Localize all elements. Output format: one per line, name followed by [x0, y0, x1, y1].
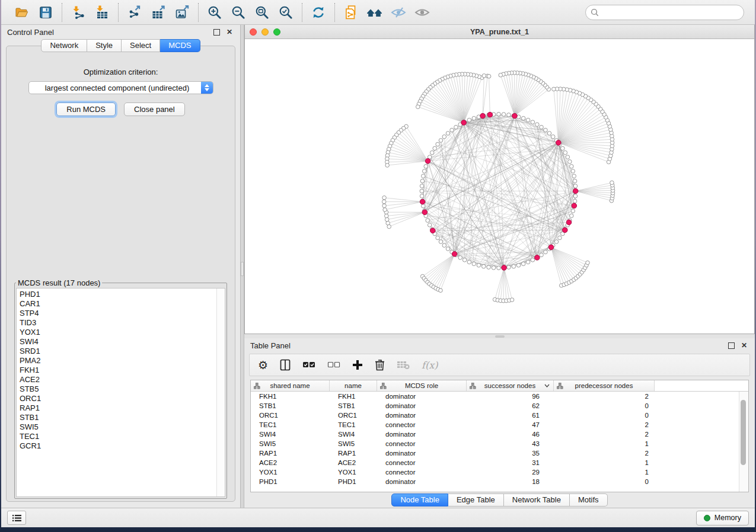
tab-network-table[interactable]: Network Table — [504, 493, 570, 507]
zoom-fit-button[interactable] — [252, 3, 272, 22]
table-row[interactable]: ACE2ACE2connector311 — [251, 458, 748, 467]
mcds-result-item[interactable]: TEC1 — [20, 432, 215, 441]
table-scrollbar[interactable] — [739, 392, 748, 492]
mcds-result-item[interactable]: SRD1 — [20, 347, 215, 356]
mcds-result-item[interactable]: PHD1 — [20, 290, 215, 299]
cell-predecessor-nodes: 0 — [554, 412, 655, 419]
clone-network-button[interactable] — [341, 3, 361, 22]
table-row[interactable]: SWI5SWI5connector431 — [251, 439, 748, 448]
delete-table-button[interactable] — [397, 357, 410, 373]
tab-network[interactable]: Network — [41, 39, 87, 52]
tab-motifs[interactable]: Motifs — [570, 493, 608, 507]
task-history-button[interactable] — [7, 511, 26, 525]
mcds-result-scrollbar[interactable] — [216, 289, 225, 496]
hide-selected-button[interactable] — [388, 3, 409, 22]
open-folder-icon — [14, 5, 30, 20]
mcds-result-item[interactable]: ACE2 — [20, 375, 215, 384]
search-input[interactable] — [602, 8, 739, 17]
cell-predecessor-nodes: 1 — [554, 469, 655, 476]
save-session-button[interactable] — [36, 3, 56, 22]
first-neighbors-button[interactable] — [365, 3, 385, 22]
first-neighbors-icon — [366, 5, 383, 20]
mcds-result-item[interactable]: ORC1 — [20, 394, 215, 403]
cell-name: RAP1 — [330, 450, 377, 457]
table-row[interactable]: RAP1RAP1dominator352 — [251, 448, 748, 458]
select-stepper-icon — [201, 82, 213, 94]
table-panel-close-button[interactable]: ✕ — [739, 341, 749, 350]
tab-select[interactable]: Select — [122, 39, 160, 52]
optimization-criterion-label: Optimization criterion: — [7, 68, 235, 76]
optimization-criterion-select[interactable]: largest connected component (undirected) — [28, 81, 213, 94]
zoom-fit-icon — [254, 5, 270, 20]
memory-button[interactable]: Memory — [696, 511, 749, 525]
control-panel-close-button[interactable]: ✕ — [225, 27, 234, 37]
open-file-button[interactable] — [12, 3, 32, 22]
vertical-splitter[interactable] — [240, 25, 244, 508]
export-network-button[interactable] — [125, 3, 145, 22]
create-column-button[interactable] — [352, 357, 363, 373]
select-all-button[interactable] — [302, 357, 315, 373]
table-row[interactable]: STB1STB1dominator620 — [251, 401, 748, 411]
refresh-button[interactable] — [308, 3, 328, 22]
function-builder-button[interactable]: f(x) — [422, 357, 438, 373]
column-type-icon — [557, 383, 563, 389]
import-table-button[interactable] — [92, 3, 112, 22]
mcds-result-item[interactable]: CAR1 — [20, 299, 215, 309]
mcds-result-item[interactable]: FKH1 — [20, 366, 215, 375]
table-settings-button[interactable]: ⚙ — [258, 357, 268, 373]
tab-edge-table[interactable]: Edge Table — [448, 493, 504, 507]
network-window-title: YPA_prune.txt_1 — [245, 28, 754, 36]
scrollbar-thumb[interactable] — [741, 400, 746, 465]
mcds-result-item[interactable]: STB5 — [20, 384, 215, 394]
tab-node-table[interactable]: Node Table — [391, 493, 448, 507]
zoom-out-button[interactable] — [228, 3, 248, 22]
mcds-result-item[interactable]: SWI5 — [20, 422, 215, 432]
horizontal-splitter[interactable] — [244, 334, 755, 338]
table-row[interactable]: TEC1TEC1connector472 — [251, 420, 748, 430]
column-header-name[interactable]: name — [330, 380, 377, 391]
tab-mcds[interactable]: MCDS — [160, 39, 200, 52]
close-panel-button[interactable]: Close panel — [124, 102, 185, 116]
control-panel-float-button[interactable] — [212, 27, 221, 37]
mcds-result-item[interactable]: GCR1 — [20, 441, 215, 451]
mcds-result-item[interactable]: SWI4 — [20, 337, 215, 347]
cell-shared-name: PHD1 — [251, 478, 330, 485]
table-row[interactable]: PHD1PHD1dominator180 — [251, 477, 748, 486]
column-type-icon — [254, 383, 260, 389]
mcds-result-item[interactable]: PMA2 — [20, 356, 215, 366]
delete-column-button[interactable] — [375, 357, 385, 373]
zoom-selected-button[interactable] — [276, 3, 296, 22]
network-view[interactable] — [245, 39, 754, 334]
table-row[interactable]: SWI4SWI4dominator462 — [251, 430, 748, 439]
import-network-icon — [71, 5, 86, 20]
zoom-in-button[interactable] — [205, 3, 225, 22]
deselect-all-button[interactable] — [327, 357, 340, 373]
mcds-result-item[interactable]: TID3 — [20, 318, 215, 328]
import-network-button[interactable] — [68, 3, 88, 22]
column-header-shared-name[interactable]: shared name — [251, 380, 330, 391]
mcds-result-item[interactable]: STB1 — [20, 413, 215, 422]
mcds-result-item[interactable]: YOX1 — [20, 328, 215, 337]
table-row[interactable]: FKH1FKH1dominator962 — [251, 392, 748, 401]
column-header-successor-nodes[interactable]: successor nodes — [467, 380, 554, 391]
run-mcds-button[interactable]: Run MCDS — [56, 102, 116, 116]
table-row[interactable]: YOX1YOX1connector291 — [251, 467, 748, 477]
show-all-button[interactable] — [412, 3, 432, 22]
export-table-button[interactable] — [148, 3, 168, 22]
zoom-in-icon — [207, 5, 222, 20]
search-box[interactable] — [585, 5, 744, 20]
show-all-eye-icon — [414, 5, 430, 20]
mcds-result-item[interactable]: RAP1 — [20, 403, 215, 413]
table-panel-float-button[interactable] — [726, 341, 736, 350]
table-panel-titlebar: Table Panel ✕ — [244, 338, 755, 352]
main-toolbar — [1, 0, 755, 25]
table-row[interactable]: ORC1ORC1dominator610 — [251, 411, 748, 420]
show-columns-button[interactable] — [280, 357, 291, 373]
tab-style[interactable]: Style — [87, 39, 122, 52]
cell-mcds-role: connector — [377, 421, 467, 428]
column-header-mcds-role[interactable]: MCDS role — [377, 380, 467, 391]
export-image-button[interactable] — [172, 3, 192, 22]
mcds-result-item[interactable]: STP4 — [20, 309, 215, 318]
column-header-predecessor-nodes[interactable]: predecessor nodes — [554, 380, 655, 391]
cell-name: STB1 — [330, 402, 377, 409]
